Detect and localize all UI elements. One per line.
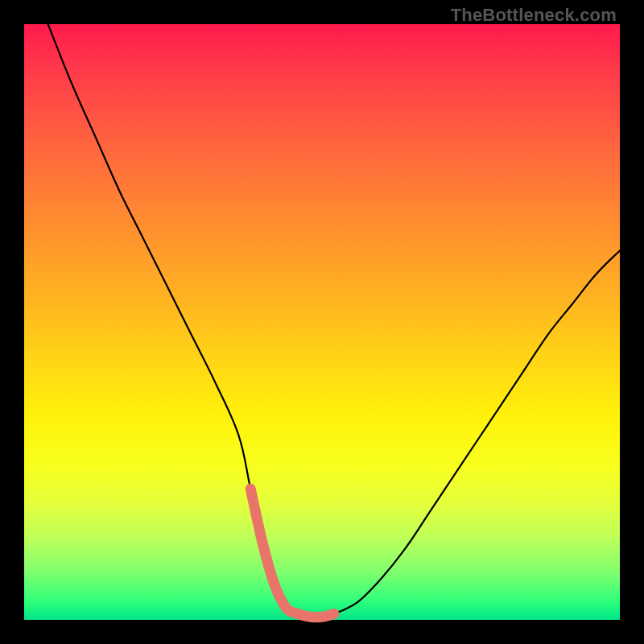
watermark-label: TheBottleneck.com xyxy=(451,5,617,26)
bottleneck-curve xyxy=(48,24,620,617)
plot-area xyxy=(24,24,620,620)
chart-frame: TheBottleneck.com xyxy=(0,0,644,644)
curve-svg xyxy=(24,24,620,620)
plateau-highlight xyxy=(250,489,334,617)
